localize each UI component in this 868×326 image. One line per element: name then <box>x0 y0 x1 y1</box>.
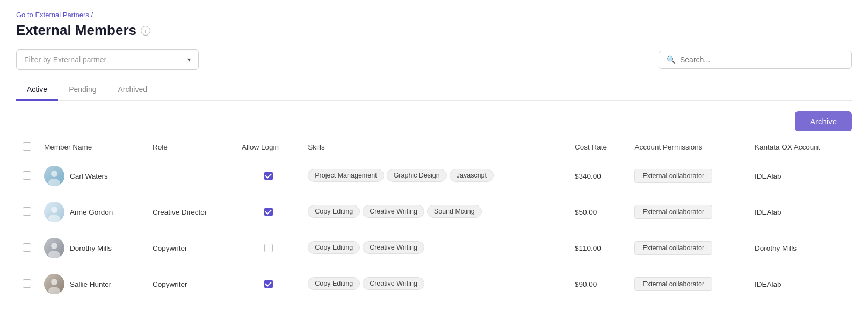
member-name: Anne Gordon <box>70 208 113 216</box>
allow-login-checkbox[interactable] <box>264 280 273 288</box>
row-checkbox[interactable] <box>23 171 31 180</box>
skill-tag: Project Management <box>308 169 384 182</box>
table-row: Dorothy MillsCopywriterCopy EditingCreat… <box>16 230 852 266</box>
member-role: Copywriter <box>146 266 235 302</box>
avatar <box>44 202 64 222</box>
col-kantata-ox: Kantata OX Account <box>748 137 852 158</box>
skills-cell: Copy EditingCreative WritingSound Mixing <box>301 194 568 230</box>
col-allow-login: Allow Login <box>235 137 301 158</box>
allow-login-checkbox[interactable] <box>264 208 273 216</box>
allow-login-checkbox[interactable] <box>264 172 273 180</box>
account-permissions: External collaborator <box>634 205 712 219</box>
col-role: Role <box>146 137 235 158</box>
search-input[interactable] <box>680 55 844 64</box>
avatar <box>44 274 64 294</box>
col-account-permissions: Account Permissions <box>628 137 748 158</box>
search-icon: 🔍 <box>667 55 676 64</box>
skill-tag: Copy Editing <box>308 277 360 290</box>
member-role: Copywriter <box>146 230 235 266</box>
member-name: Dorothy Mills <box>70 244 112 252</box>
tabs: Active Pending Archived <box>16 80 852 101</box>
skill-tag: Creative Writing <box>363 241 424 254</box>
skill-tag: Creative Writing <box>363 205 424 218</box>
skill-tag: Sound Mixing <box>427 205 482 218</box>
allow-login-checkbox[interactable] <box>264 244 273 252</box>
account-permissions: External collaborator <box>634 277 712 291</box>
cost-rate: $110.00 <box>568 230 628 266</box>
skill-tag: Copy Editing <box>308 205 360 218</box>
filter-placeholder: Filter by External partner <box>24 55 106 64</box>
info-icon[interactable]: i <box>141 26 150 36</box>
cost-rate: $50.00 <box>568 194 628 230</box>
skill-tag: Copy Editing <box>308 241 360 254</box>
table-row: Anne GordonCreative DirectorCopy Editing… <box>16 194 852 230</box>
kantata-ox-account: Dorothy Mills <box>748 230 852 266</box>
table-row: Carl WatersProject ManagementGraphic Des… <box>16 158 852 194</box>
table-row: Sallie HunterCopywriterCopy EditingCreat… <box>16 266 852 302</box>
row-checkbox[interactable] <box>23 207 31 216</box>
members-table: Member Name Role Allow Login Skills Cost… <box>16 137 852 302</box>
skills-cell: Copy EditingCreative Writing <box>301 266 568 302</box>
svg-point-10 <box>51 279 57 285</box>
member-name: Sallie Hunter <box>70 280 111 288</box>
avatar <box>44 166 64 186</box>
col-skills: Skills <box>301 137 568 158</box>
member-name: Carl Waters <box>70 172 108 180</box>
member-role <box>146 158 235 194</box>
tab-pending[interactable]: Pending <box>58 80 107 101</box>
avatar <box>44 238 64 258</box>
filter-dropdown[interactable]: Filter by External partner ▾ <box>16 49 199 70</box>
page-title: External Members <box>16 22 136 39</box>
kantata-ox-account: IDEAlab <box>748 266 852 302</box>
tab-archived[interactable]: Archived <box>107 80 158 101</box>
breadcrumb[interactable]: Go to External Partners / <box>16 11 852 19</box>
search-box: 🔍 <box>659 51 852 69</box>
svg-point-1 <box>51 171 57 177</box>
tab-active[interactable]: Active <box>16 80 58 101</box>
skill-tag: Graphic Design <box>387 169 447 182</box>
select-all-checkbox[interactable] <box>23 142 31 151</box>
account-permissions: External collaborator <box>634 241 712 255</box>
skills-cell: Project ManagementGraphic DesignJavascri… <box>301 158 568 194</box>
archive-button[interactable]: Archive <box>795 111 852 131</box>
skills-cell: Copy EditingCreative Writing <box>301 230 568 266</box>
svg-point-7 <box>51 243 57 249</box>
svg-point-4 <box>51 207 57 213</box>
chevron-down-icon: ▾ <box>187 56 191 63</box>
kantata-ox-account: IDEAlab <box>748 194 852 230</box>
cost-rate: $340.00 <box>568 158 628 194</box>
skill-tag: Javascript <box>450 169 494 182</box>
skill-tag: Creative Writing <box>363 277 424 290</box>
cost-rate: $90.00 <box>568 266 628 302</box>
row-checkbox[interactable] <box>23 243 31 252</box>
member-role: Creative Director <box>146 194 235 230</box>
account-permissions: External collaborator <box>634 169 712 183</box>
col-cost-rate: Cost Rate <box>568 137 628 158</box>
row-checkbox[interactable] <box>23 279 31 288</box>
col-member-name: Member Name <box>38 137 146 158</box>
kantata-ox-account: IDEAlab <box>748 158 852 194</box>
